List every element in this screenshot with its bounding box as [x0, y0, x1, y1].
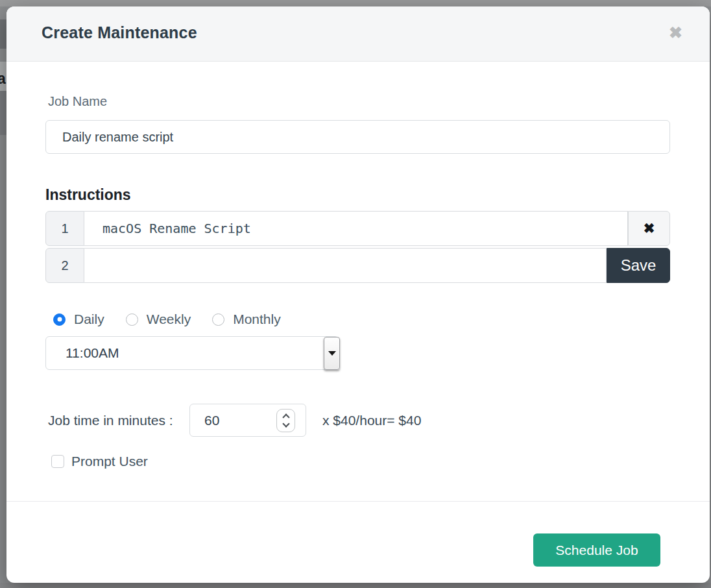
recurrence-radio-group: Daily Weekly Monthly — [53, 312, 281, 327]
backdrop-page-band — [0, 19, 6, 49]
job-name-label: Job Name — [48, 94, 107, 109]
instruction-row: 1 ✖ — [45, 211, 670, 246]
time-select[interactable]: 11:00AM — [45, 336, 339, 370]
save-instruction-button[interactable]: Save — [607, 248, 670, 283]
job-name-input[interactable] — [45, 120, 670, 154]
radio-monthly[interactable] — [212, 313, 224, 326]
stepper-down-icon — [282, 420, 289, 427]
job-time-input[interactable] — [190, 404, 274, 436]
radio-option-monthly[interactable]: Monthly — [212, 312, 281, 327]
instruction-row-number: 1 — [45, 211, 84, 246]
select-dropdown-button[interactable] — [324, 337, 340, 370]
schedule-job-button[interactable]: Schedule Job — [533, 533, 660, 567]
footer-divider — [6, 501, 710, 502]
radio-weekly[interactable] — [126, 313, 138, 326]
backdrop-page-band — [0, 91, 6, 135]
remove-instruction-button[interactable]: ✖ — [628, 211, 670, 246]
radio-monthly-label: Monthly — [233, 312, 281, 327]
radio-daily[interactable] — [53, 313, 66, 326]
prompt-user-option[interactable]: Prompt User — [51, 454, 148, 469]
backdrop-overlay-top — [0, 0, 711, 6]
modal-title: Create Maintenance — [42, 23, 197, 42]
time-select-value: 11:00AM — [66, 345, 119, 361]
instruction-row-number: 2 — [45, 248, 84, 283]
radio-option-weekly[interactable]: Weekly — [126, 312, 191, 327]
prompt-user-label: Prompt User — [71, 454, 148, 469]
prompt-user-checkbox[interactable] — [51, 455, 64, 468]
save-button-label: Save — [621, 256, 657, 275]
job-time-label: Job time in minutes : — [48, 404, 173, 437]
modal-header: Create Maintenance ✖ — [6, 6, 710, 62]
backdrop-page-text-fragment: a — [0, 70, 6, 88]
radio-daily-label: Daily — [74, 312, 104, 327]
instruction-input[interactable] — [84, 248, 607, 283]
remove-icon: ✖ — [644, 221, 655, 236]
radio-weekly-label: Weekly — [147, 312, 191, 327]
backdrop-overlay-bottom — [0, 583, 711, 588]
number-stepper[interactable] — [276, 409, 295, 432]
instruction-row: 2 Save — [45, 248, 670, 283]
chevron-down-icon — [328, 351, 336, 356]
instruction-input[interactable] — [84, 211, 628, 246]
create-maintenance-modal: Create Maintenance ✖ Job Name Instructio… — [6, 6, 710, 583]
radio-option-daily[interactable]: Daily — [53, 312, 104, 327]
backdrop-overlay-left: a — [0, 6, 6, 583]
job-time-field — [189, 404, 306, 437]
rate-calculation-text: x $40/hour= $40 — [322, 404, 421, 437]
instructions-heading: Instructions — [45, 186, 131, 204]
close-icon[interactable]: ✖ — [669, 22, 682, 43]
